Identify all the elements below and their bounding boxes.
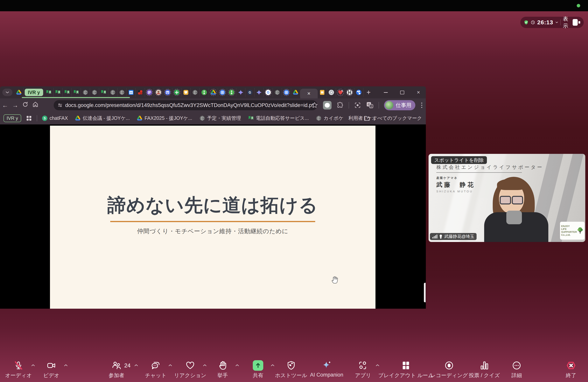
browser-tab[interactable] — [108, 88, 117, 97]
browser-tab[interactable] — [190, 88, 200, 97]
browser-tab[interactable] — [136, 88, 145, 97]
chevron-up-icon[interactable] — [271, 363, 274, 367]
browser-tab[interactable] — [90, 88, 99, 97]
toolbar-reactions-button[interactable]: リアクション — [174, 360, 206, 379]
bookmark-item[interactable]: 伝達会議 - 援JOYケ... — [75, 115, 130, 121]
profile-chip[interactable]: 仕事用 — [384, 100, 415, 110]
active-tab[interactable]: × — [300, 89, 318, 98]
browser-tab[interactable] — [227, 88, 236, 97]
toolbar-video-button[interactable]: ビデオ — [43, 360, 60, 379]
browser-tab[interactable] — [172, 88, 181, 97]
browser-tab[interactable] — [327, 88, 336, 97]
lens-capture-icon[interactable] — [354, 102, 361, 109]
new-tab-button[interactable]: + — [363, 88, 374, 97]
toolbar-apps-button[interactable]: アプリ — [355, 360, 371, 379]
toolbar-raise-hand-button[interactable]: 挙手 — [217, 360, 228, 379]
browser-tab[interactable] — [99, 88, 108, 97]
browser-tab[interactable] — [218, 88, 227, 97]
bookmark-item[interactable]: 予定・実績管理 — [199, 115, 241, 121]
chevron-up-icon[interactable] — [31, 363, 35, 367]
browser-tab[interactable] — [273, 88, 282, 97]
browser-tab[interactable] — [72, 88, 81, 97]
address-bar[interactable]: docs.google.com/presentation/d/149zhs5qs… — [54, 100, 317, 110]
divider — [37, 115, 37, 121]
browser-tab[interactable] — [53, 88, 63, 97]
browser-tab[interactable]: H — [345, 88, 354, 97]
browser-tab[interactable] — [154, 88, 163, 97]
browser-tab[interactable]: G — [245, 88, 254, 97]
maximize-button[interactable] — [398, 88, 406, 96]
browser-tab[interactable] — [117, 88, 126, 97]
reload-icon[interactable] — [20, 102, 30, 109]
browser-tab[interactable] — [163, 88, 172, 97]
toolbar-audio-button[interactable]: オーディオ — [5, 360, 32, 379]
bookmark-item[interactable]: FAX2025 - 援JOYケ... — [137, 115, 192, 121]
toolbar-participants-button[interactable]: 24参加者 — [109, 360, 125, 379]
browser-tab[interactable] — [81, 88, 90, 97]
minimize-button[interactable] — [382, 88, 390, 96]
slide-title: 諦めない先に道は拓ける — [50, 193, 376, 218]
back-icon[interactable]: ← — [0, 102, 10, 109]
meeting-info-pill[interactable]: 26:13 表示 — [520, 17, 584, 28]
extensions-puzzle-icon[interactable] — [336, 102, 344, 109]
apps-grid-icon[interactable] — [26, 115, 32, 121]
translate-icon[interactable]: G文 — [366, 102, 374, 109]
bookmark-item[interactable]: 電話自動応答サービス... — [248, 115, 309, 121]
tab-group-chip[interactable]: IVR y — [3, 114, 21, 122]
browser-tab[interactable] — [354, 88, 363, 97]
toolbar-share-button[interactable]: 共有 — [253, 360, 263, 379]
all-bookmarks[interactable]: すべてのブックマーク — [358, 115, 422, 121]
browser-tab[interactable] — [336, 88, 345, 97]
toolbar-chat-button[interactable]: チャット — [145, 360, 167, 379]
browser-tab[interactable] — [200, 88, 209, 97]
bookmark-label: FAX2025 - 援JOYケ... — [145, 115, 192, 121]
site-info-icon[interactable] — [58, 103, 63, 108]
browser-tab[interactable] — [181, 88, 190, 97]
browser-tab[interactable] — [145, 88, 154, 97]
plist-favicon-icon — [146, 89, 153, 96]
toolbar-polls-button[interactable]: 投票 / クイズ — [469, 360, 500, 379]
close-tab-icon[interactable]: × — [307, 90, 310, 97]
participant-video[interactable]: 株式会社エンジョイライフサポーター 産業ケアマネ 武藤 静花 SHIZUKA M… — [429, 154, 585, 242]
toolbar-recording-button[interactable]: レコーディング — [431, 360, 468, 379]
globe-icon — [199, 115, 205, 121]
forward-icon[interactable]: → — [10, 102, 20, 109]
tree-logo-icon — [577, 224, 583, 237]
chevron-up-icon[interactable] — [168, 363, 172, 367]
remove-spotlight-button[interactable]: スポットライトを削除 — [431, 156, 487, 164]
line-extension-icon[interactable] — [323, 101, 332, 109]
chevron-up-icon[interactable] — [64, 363, 68, 367]
toolbar-end-button[interactable]: 終了 — [566, 360, 576, 379]
browser-tab[interactable] — [254, 88, 264, 97]
bookmark-star-icon[interactable] — [311, 102, 318, 108]
browser-tab[interactable] — [44, 88, 53, 97]
record-icon — [431, 360, 468, 371]
browser-tab[interactable] — [236, 88, 245, 97]
browser-tab[interactable] — [291, 88, 300, 97]
home-icon[interactable] — [30, 101, 41, 109]
slides-favicon-icon — [319, 89, 325, 95]
browser-tab[interactable] — [14, 88, 23, 97]
browser-tab[interactable]: 22 — [126, 88, 136, 97]
chevron-up-icon[interactable] — [203, 363, 207, 367]
bookmark-item[interactable]: SchatFAX — [42, 115, 68, 121]
browser-tab[interactable] — [63, 88, 72, 97]
browser-tab[interactable] — [209, 88, 218, 97]
toolbar-host-tools-button[interactable]: ホストツール — [275, 360, 307, 379]
close-window-button[interactable]: × — [415, 88, 422, 96]
view-button[interactable]: 表示 — [563, 15, 570, 29]
tab-search-button[interactable] — [2, 89, 12, 96]
chevron-up-icon[interactable] — [134, 363, 138, 367]
chevron-down-icon[interactable] — [556, 21, 558, 23]
rheart-favicon-icon — [337, 89, 344, 96]
browser-tab[interactable]: G — [264, 88, 273, 97]
chevron-up-icon[interactable] — [235, 363, 239, 367]
browser-tab[interactable] — [318, 88, 327, 97]
toolbar-more-button[interactable]: 詳細 — [511, 360, 522, 379]
toolbar-breakout-button[interactable]: ブレイクアウト ルーム — [378, 360, 433, 379]
toolbar-ai-companion-button[interactable]: AI Companion — [310, 360, 343, 378]
kebab-menu-icon[interactable] — [420, 102, 423, 108]
tab-group-label[interactable]: IVR y — [25, 89, 43, 96]
side-panel-handle[interactable] — [424, 283, 426, 302]
browser-tab[interactable] — [282, 88, 291, 97]
